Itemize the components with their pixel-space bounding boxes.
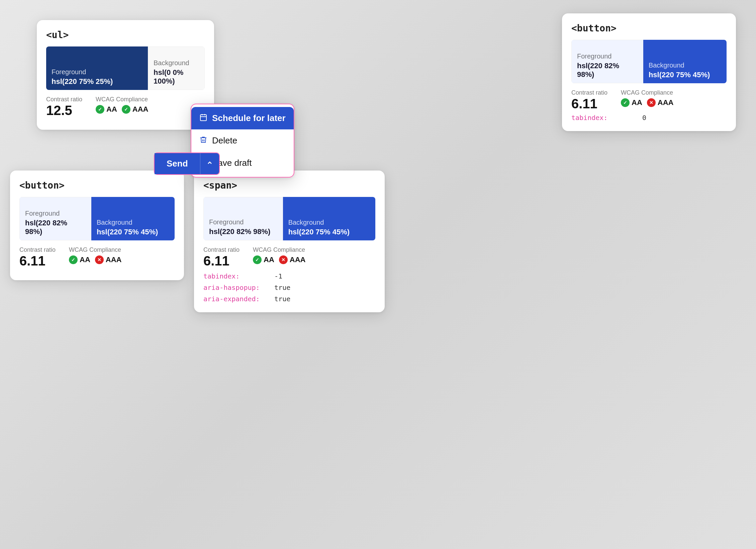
- badge-aa-btn-top: ✓ AA: [621, 98, 642, 107]
- badge-aaa-label-ul: AAA: [132, 105, 149, 114]
- bg-label-ul: Background: [154, 59, 199, 67]
- badge-aaa-btn-bot: ✕ AAA: [95, 255, 122, 264]
- card-button-top: <button> Foreground hsl(220 82% 98%) Bac…: [562, 13, 736, 131]
- dropdown-item-delete[interactable]: Delete: [191, 129, 294, 152]
- card-button-bottom-swatches: Foreground hsl(220 82% 98%) Background h…: [19, 197, 175, 240]
- badge-aa-label-btn-top: AA: [632, 98, 642, 107]
- fg-value-span: hsl(220 82% 98%): [209, 227, 277, 236]
- badge-aaa-icon-btn-top: ✕: [647, 98, 656, 107]
- send-button-group[interactable]: Send: [154, 152, 220, 175]
- fg-label-span: Foreground: [209, 218, 277, 226]
- badge-aaa-ul: ✓ AAA: [122, 105, 149, 114]
- contrast-value-btn-bot: 6.11: [19, 254, 56, 267]
- contrast-value-ul: 12.5: [46, 104, 82, 117]
- contrast-value-btn-top: 6.11: [571, 97, 607, 110]
- fg-value-btn-top: hsl(220 82% 98%): [577, 62, 638, 79]
- contrast-block-span: Contrast ratio 6.11: [203, 246, 240, 267]
- contrast-label-btn-bot: Contrast ratio: [19, 246, 56, 253]
- swatch-background-btn-top: Background hsl(220 75% 45%): [643, 40, 727, 83]
- wcag-label-btn-top: WCAG Compliance: [621, 89, 673, 96]
- card-ul-swatches: Foreground hsl(220 75% 25%) Background h…: [46, 46, 205, 90]
- badge-aa-label-span: AA: [264, 255, 274, 264]
- badge-aa-icon-ul: ✓: [96, 105, 104, 114]
- badge-aa-icon-span: ✓: [253, 255, 262, 264]
- swatch-foreground-span: Foreground hsl(220 82% 98%): [203, 197, 283, 240]
- card-button-bottom: <button> Foreground hsl(220 82% 98%) Bac…: [10, 171, 184, 280]
- wcag-block-ul: WCAG Compliance ✓ AA ✓ AAA: [96, 96, 148, 114]
- tabindex-val-btn-top: 0: [642, 114, 646, 122]
- aria-expanded-key-span: aria-expanded:: [203, 295, 270, 303]
- card-button-top-tag: <button>: [571, 23, 727, 34]
- tabindex-key-btn-top: tabindex:: [571, 114, 638, 122]
- badge-aaa-label-btn-bot: AAA: [106, 255, 122, 264]
- aria-haspopup-val-span: true: [274, 284, 290, 292]
- wcag-badges-ul: ✓ AA ✓ AAA: [96, 105, 148, 114]
- delete-label: Delete: [212, 135, 237, 146]
- aria-haspopup-row-span: aria-haspopup: true: [203, 284, 375, 292]
- badge-aa-label-ul: AA: [106, 105, 117, 114]
- swatch-background-btn-bot: Background hsl(220 75% 45%): [91, 197, 175, 240]
- trash-icon: [199, 136, 207, 146]
- wcag-block-btn-bot: WCAG Compliance ✓ AA ✕ AAA: [69, 246, 121, 264]
- send-arrow-button[interactable]: [200, 153, 219, 174]
- schedule-label: Schedule for later: [212, 113, 286, 123]
- aria-haspopup-key-span: aria-haspopup:: [203, 284, 270, 292]
- wcag-badges-btn-bot: ✓ AA ✕ AAA: [69, 255, 121, 264]
- wcag-label-ul: WCAG Compliance: [96, 96, 148, 103]
- contrast-label-btn-top: Contrast ratio: [571, 89, 607, 96]
- badge-aa-span: ✓ AA: [253, 255, 274, 264]
- bg-label-btn-top: Background: [649, 62, 721, 69]
- contrast-row-ul: Contrast ratio 12.5 WCAG Compliance ✓ AA…: [46, 96, 205, 117]
- contrast-block-btn-bot: Contrast ratio 6.11: [19, 246, 56, 267]
- contrast-block-ul: Contrast ratio 12.5: [46, 96, 82, 117]
- card-button-top-swatches: Foreground hsl(220 82% 98%) Background h…: [571, 40, 727, 83]
- swatch-background-span: Background hsl(220 75% 45%): [283, 197, 375, 240]
- badge-aa-btn-bot: ✓ AA: [69, 255, 90, 264]
- card-span-swatches: Foreground hsl(220 82% 98%) Background h…: [203, 197, 375, 240]
- badge-aa-icon-btn-top: ✓: [621, 98, 630, 107]
- wcag-block-btn-top: WCAG Compliance ✓ AA ✕ AAA: [621, 89, 673, 107]
- wcag-label-span: WCAG Compliance: [253, 246, 305, 253]
- bg-value-span: hsl(220 75% 45%): [288, 228, 370, 236]
- wcag-block-span: WCAG Compliance ✓ AA ✕ AAA: [253, 246, 305, 264]
- send-button[interactable]: Send: [155, 153, 200, 174]
- swatch-background-ul: Background hsl(0 0% 100%): [148, 46, 205, 90]
- contrast-row-btn-top: Contrast ratio 6.11 WCAG Compliance ✓ AA…: [571, 89, 727, 110]
- bg-value-ul: hsl(0 0% 100%): [154, 68, 199, 86]
- badge-aaa-icon-ul: ✓: [122, 105, 130, 114]
- tabindex-val-span: -1: [274, 272, 282, 280]
- wcag-badges-span: ✓ AA ✕ AAA: [253, 255, 305, 264]
- contrast-label-span: Contrast ratio: [203, 246, 240, 253]
- contrast-label-ul: Contrast ratio: [46, 96, 82, 103]
- card-ul-tag: <ul>: [46, 29, 205, 40]
- dropdown-item-schedule[interactable]: Schedule for later: [191, 107, 294, 129]
- card-ul: <ul> Foreground hsl(220 75% 25%) Backgro…: [37, 20, 214, 130]
- card-button-bottom-tag: <button>: [19, 180, 175, 191]
- contrast-row-span: Contrast ratio 6.11 WCAG Compliance ✓ AA…: [203, 246, 375, 267]
- badge-aaa-icon-span: ✕: [279, 255, 288, 264]
- card-span-tag: <span>: [203, 180, 375, 191]
- badge-aaa-label-btn-top: AAA: [658, 98, 674, 107]
- fg-value-btn-bot: hsl(220 82% 98%): [25, 219, 86, 236]
- fg-label-btn-bot: Foreground: [25, 210, 86, 217]
- fg-label-ul: Foreground: [52, 68, 143, 76]
- badge-aa-label-btn-bot: AA: [80, 255, 90, 264]
- wcag-badges-btn-top: ✓ AA ✕ AAA: [621, 98, 673, 107]
- tabindex-row-span: tabindex: -1: [203, 272, 375, 280]
- aria-expanded-val-span: true: [274, 295, 290, 303]
- aria-expanded-row-span: aria-expanded: true: [203, 295, 375, 303]
- card-span: <span> Foreground hsl(220 82% 98%) Backg…: [194, 171, 385, 312]
- badge-aa-ul: ✓ AA: [96, 105, 117, 114]
- fg-label-btn-top: Foreground: [577, 52, 638, 60]
- contrast-row-btn-bot: Contrast ratio 6.11 WCAG Compliance ✓ AA…: [19, 246, 175, 267]
- badge-aaa-label-span: AAA: [290, 255, 306, 264]
- badge-aaa-btn-top: ✕ AAA: [647, 98, 674, 107]
- bg-label-span: Background: [288, 219, 370, 226]
- contrast-value-span: 6.11: [203, 254, 240, 267]
- badge-aaa-span: ✕ AAA: [279, 255, 306, 264]
- contrast-block-btn-top: Contrast ratio 6.11: [571, 89, 607, 110]
- svg-rect-0: [200, 115, 206, 121]
- bg-label-btn-bot: Background: [97, 219, 169, 226]
- tabindex-key-span: tabindex:: [203, 272, 270, 280]
- tabindex-row-btn-top: tabindex: 0: [571, 114, 727, 122]
